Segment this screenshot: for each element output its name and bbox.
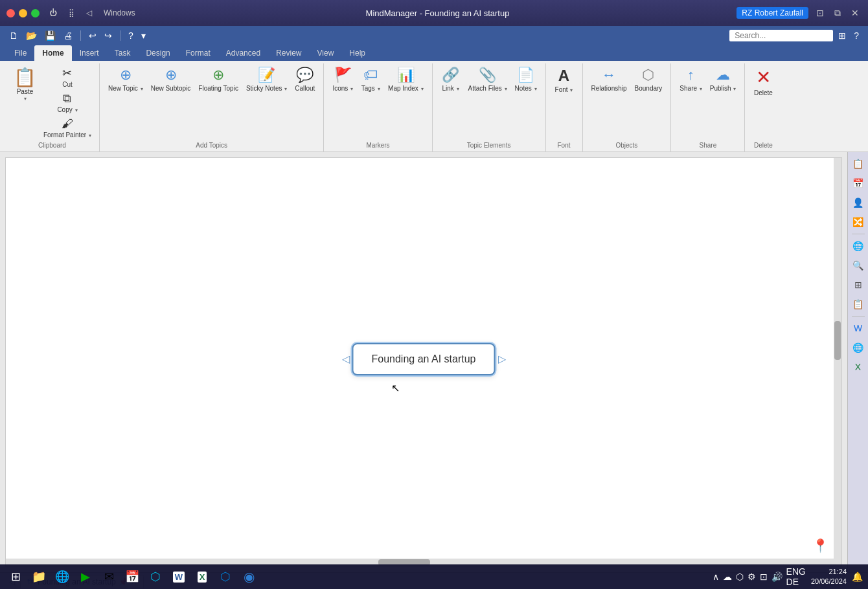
tray-expand-icon[interactable]: ∧: [713, 572, 719, 582]
start-button[interactable]: ⊞: [5, 566, 26, 587]
grid-view-icon[interactable]: ⊞: [836, 29, 849, 42]
tab-review[interactable]: Review: [268, 45, 309, 61]
tab-view[interactable]: View: [310, 45, 342, 61]
share-button[interactable]: ↑ Share ▾: [676, 65, 705, 94]
canvas[interactable]: ◁ Founding an AI startup ▷ ↖ 📍: [5, 157, 842, 567]
notes-button[interactable]: 📄 Notes ▾: [512, 65, 540, 94]
notes-icon: 📄: [517, 67, 534, 83]
layout-icon[interactable]: ⊡: [814, 6, 827, 19]
taskbar-app1[interactable]: ⬡: [145, 566, 166, 587]
taskbar-clock[interactable]: 21:24 20/06/2024: [811, 567, 847, 587]
tray-volume-icon[interactable]: 🔊: [771, 572, 782, 582]
taskbar-mail[interactable]: ✉: [98, 566, 119, 587]
qat-separator-2: [120, 30, 120, 41]
open-qat-button[interactable]: 📂: [23, 29, 40, 42]
excel-icon: X: [198, 572, 207, 583]
link-button[interactable]: 🔗 Link ▾: [438, 65, 464, 94]
sidebar-btn-grid[interactable]: ⊞: [849, 276, 867, 294]
tab-file[interactable]: File: [6, 45, 34, 61]
topic-right-arrow[interactable]: ▷: [496, 350, 508, 368]
vertical-scrollbar[interactable]: [834, 158, 841, 566]
publish-button[interactable]: ☁ Publish ▾: [707, 65, 740, 94]
topic-elements-group: 🔗 Link ▾ 📎 Attach Files ▾ 📄 Notes ▾ Topi…: [433, 63, 546, 151]
tab-insert[interactable]: Insert: [72, 45, 107, 61]
print-qat-button[interactable]: 🖨: [61, 29, 75, 42]
sidebar-btn-excel[interactable]: X: [849, 358, 867, 376]
tab-format[interactable]: Format: [178, 45, 218, 61]
new-subtopic-button[interactable]: ⊕ New Subtopic: [148, 65, 194, 94]
taskbar-vscode[interactable]: ⬡: [215, 566, 236, 587]
central-topic[interactable]: Founding an AI startup: [352, 343, 496, 375]
new-qat-button[interactable]: 🗋: [6, 29, 21, 42]
undo-qat-button[interactable]: ↩: [86, 29, 99, 42]
cut-button[interactable]: ✂ Cut: [41, 65, 94, 90]
tab-help[interactable]: Help: [341, 45, 373, 61]
help-qat-button[interactable]: ?: [126, 29, 136, 42]
font-button[interactable]: A Font ▾: [551, 65, 577, 96]
window-restore-icon[interactable]: ⧉: [832, 6, 843, 20]
map-index-button[interactable]: 📊 Map Index ▾: [385, 65, 426, 94]
callout-icon: 💬: [296, 67, 314, 83]
objects-group: ↔ Relationship ⬡ Boundary Objects: [583, 63, 672, 151]
tab-home[interactable]: Home: [34, 45, 71, 61]
taskbar-explorer[interactable]: 📁: [29, 566, 49, 587]
tray-settings-icon[interactable]: ⚙: [748, 572, 756, 582]
sidebar-btn-search[interactable]: 🔍: [849, 256, 867, 274]
tray-onedrive-icon[interactable]: ☁: [723, 572, 732, 582]
tab-design[interactable]: Design: [138, 45, 177, 61]
sidebar-btn-calendar[interactable]: 📅: [849, 174, 867, 192]
floating-topic-button[interactable]: ⊕ Floating Topic: [195, 65, 242, 94]
sidebar-btn-user[interactable]: 👤: [849, 194, 867, 212]
user-button[interactable]: RZ Robert Zaufall: [737, 7, 808, 19]
minimize-button[interactable]: [19, 9, 27, 17]
help-qat-icon[interactable]: ?: [851, 29, 862, 42]
sidebar-btn-globe2[interactable]: 🌐: [849, 339, 867, 357]
sidebar-btn-word[interactable]: W: [849, 319, 867, 337]
tray-app-icon[interactable]: ⬡: [736, 572, 744, 582]
relationship-button[interactable]: ↔ Relationship: [588, 65, 630, 94]
sidebar-btn-flow[interactable]: 🔀: [849, 213, 867, 231]
taskbar-word[interactable]: W: [168, 566, 189, 587]
close-button[interactable]: [6, 9, 15, 17]
icons-button[interactable]: 🚩 Icons ▾: [329, 65, 356, 94]
format-painter-button[interactable]: 🖌 Format Painter ▾: [41, 116, 94, 140]
tray-network-icon[interactable]: ⊡: [760, 572, 768, 582]
tags-button[interactable]: 🏷 Tags ▾: [358, 65, 383, 94]
power-icon[interactable]: ⏻: [46, 7, 60, 19]
redo-qat-button[interactable]: ↪: [102, 29, 115, 42]
attach-files-button[interactable]: 📎 Attach Files ▾: [465, 65, 510, 94]
search-input[interactable]: [729, 30, 833, 41]
save-qat-button[interactable]: 💾: [42, 29, 58, 42]
sticky-notes-button[interactable]: 📝 Sticky Notes ▾: [243, 65, 290, 94]
copy-button[interactable]: ⧉ Copy ▾: [41, 91, 94, 115]
taskbar-calendar[interactable]: 📅: [122, 566, 143, 587]
taskbar-date: 20/06/2024: [811, 577, 847, 586]
taskbar-terminal[interactable]: ▶: [75, 566, 96, 587]
callout-button[interactable]: 💬 Callout: [291, 65, 318, 94]
topic-left-arrow[interactable]: ◁: [339, 350, 352, 368]
tab-advanced[interactable]: Advanced: [218, 45, 268, 61]
window-close-icon[interactable]: ✕: [849, 6, 862, 19]
sidebar-btn-clipboard[interactable]: 📋: [849, 155, 867, 173]
copy-icon: ⧉: [63, 92, 71, 106]
taskbar-excel[interactable]: X: [192, 566, 212, 587]
taskbar-chrome[interactable]: 🌐: [52, 566, 73, 587]
qat-more-button[interactable]: ▾: [139, 29, 148, 42]
notification-icon[interactable]: 🔔: [852, 572, 863, 582]
maximize-button[interactable]: [31, 9, 40, 17]
vertical-scrollbar-thumb[interactable]: [834, 321, 841, 360]
chrome-icon: 🌐: [55, 570, 69, 584]
delete-button[interactable]: ✕ Delete: [750, 65, 776, 99]
sidebar-btn-doc[interactable]: 📋: [849, 295, 867, 313]
sidebar-toggle-icon[interactable]: ⣿: [65, 7, 78, 19]
tab-task[interactable]: Task: [107, 45, 139, 61]
geo-marker-icon[interactable]: 📍: [812, 538, 828, 553]
sidebar-btn-globe[interactable]: 🌐: [849, 237, 867, 255]
new-topic-button[interactable]: ⊕ New Topic ▾: [105, 65, 146, 94]
boundary-button[interactable]: ⬡ Boundary: [632, 65, 666, 94]
central-topic-text: Founding an AI startup: [372, 353, 476, 364]
language-label[interactable]: ENGDE: [786, 566, 806, 587]
taskbar-mindmanager[interactable]: ◉: [238, 566, 259, 587]
back-icon[interactable]: ◁: [83, 7, 95, 19]
paste-button[interactable]: 📋 Paste ▾: [10, 65, 40, 104]
